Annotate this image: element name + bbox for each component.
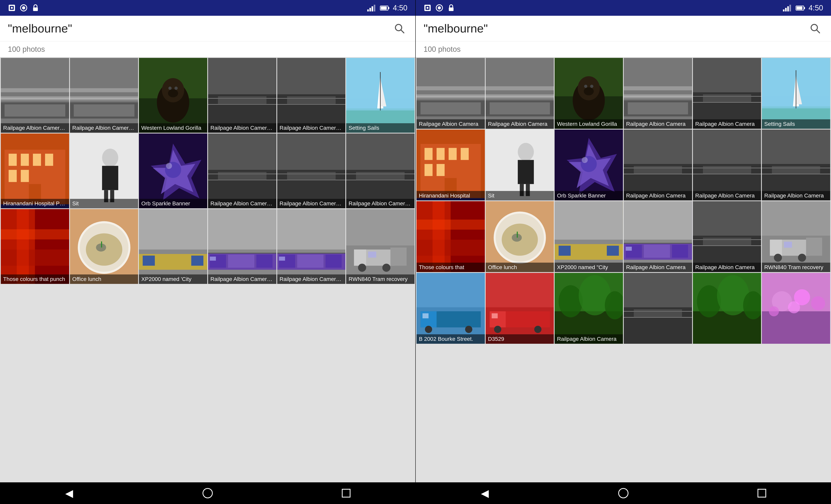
photo-cell[interactable]: Orb Sparkle Banner [139, 134, 207, 208]
photo-cell[interactable]: Railpage Albion Camera #3 [208, 58, 277, 133]
left-search-button[interactable] [392, 21, 407, 36]
photo-cell[interactable]: Hiranandani Hospital Powai [1, 134, 69, 208]
photo-label: Railpage Albion Camera #3 [277, 274, 346, 284]
photo-cell[interactable]: Sit [486, 129, 554, 200]
photo-label: XP2000 named "City [554, 263, 623, 272]
svg-rect-245 [703, 238, 751, 246]
svg-rect-219 [433, 201, 445, 272]
right-app-header: "melbourne" [416, 16, 831, 41]
photo-cell[interactable]: Railpage Albion Camera [693, 58, 761, 129]
svg-point-191 [518, 143, 534, 161]
right-recent-icon [756, 487, 768, 499]
svg-point-133 [438, 6, 441, 9]
photo-cell[interactable]: Railpage Albion Camera [762, 129, 830, 200]
svg-rect-8 [372, 6, 373, 11]
left-status-icons [8, 4, 39, 12]
svg-point-260 [425, 326, 432, 333]
photo-cell[interactable]: Railpage Albion Camera #3 [346, 134, 414, 208]
left-status-right: 4:50 [367, 4, 407, 12]
photo-label: Office lunch [486, 263, 554, 272]
photo-cell[interactable]: D3529 [486, 273, 554, 344]
photo-cell[interactable]: Hiranandani Hospital [417, 129, 485, 200]
photo-cell[interactable]: Railpage Albion Camera #3 [1, 58, 69, 133]
left-home-button[interactable] [200, 485, 216, 501]
svg-rect-122 [354, 249, 366, 266]
svg-rect-54 [33, 154, 41, 166]
photo-cell[interactable]: Railpage Albion Camera #3 [208, 134, 277, 208]
right-recent-button[interactable] [754, 485, 770, 501]
photo-cell[interactable]: Those colours that [417, 201, 485, 272]
photo-cell[interactable]: Railpage Albion Camera [624, 58, 692, 129]
photo-cell[interactable]: Railpage Albion Camera [624, 201, 692, 272]
photo-label: Railpage Albion Camera [693, 119, 761, 129]
photo-label: Railpage Albion Camera #3 [346, 199, 414, 208]
photo-cell[interactable]: Railpage Albion Camera #3 [70, 58, 138, 133]
svg-rect-79 [287, 172, 336, 180]
right-photo-count: 100 photos [424, 45, 461, 54]
photo-label: Railpage Albion Camera #3 [277, 199, 346, 208]
photo-cell[interactable] [693, 273, 761, 344]
svg-point-224 [512, 234, 522, 242]
photo-cell[interactable]: Railpage Albion Camera [554, 273, 623, 344]
photo-cell[interactable]: XP2000 named 'City [139, 209, 207, 284]
photo-cell[interactable]: RWN840 Tram recovery [346, 209, 414, 284]
svg-rect-108 [256, 255, 273, 268]
svg-rect-107 [228, 255, 254, 268]
photo-cell[interactable]: XP2000 named "City [554, 201, 623, 272]
photo-label: XP2000 named 'City [139, 274, 207, 284]
svg-point-131 [427, 7, 429, 9]
photo-cell[interactable]: Railpage Albion Camera #3 [277, 58, 346, 133]
photo-cell[interactable]: Setting Sails [762, 58, 830, 129]
svg-rect-225 [517, 232, 518, 238]
photo-cell[interactable]: Those colours that punch [1, 209, 69, 284]
svg-point-162 [584, 87, 594, 95]
photo-cell[interactable]: B 2002 Bourke Street. [417, 273, 485, 344]
svg-rect-163 [624, 58, 692, 129]
svg-rect-266 [491, 313, 498, 318]
svg-rect-25 [74, 105, 134, 117]
left-back-button[interactable]: ◀ [61, 485, 77, 501]
photo-cell[interactable] [762, 273, 830, 344]
screenshot-icon [8, 4, 16, 12]
photo-cell[interactable]: Railpage Albion Camera [486, 58, 554, 129]
photo-label: RWN840 Tram recovery [346, 274, 414, 284]
left-recent-button[interactable] [338, 485, 354, 501]
photo-cell[interactable] [624, 273, 692, 344]
right-home-button[interactable] [615, 485, 631, 501]
photo-cell[interactable]: Railpage Albion Camera #3 [277, 134, 346, 208]
photo-cell[interactable]: Orb Sparkle Banner [554, 129, 623, 200]
right-status-bar: 4:50 [416, 0, 831, 16]
photo-cell[interactable]: Sit [70, 134, 138, 208]
svg-point-125 [358, 264, 366, 272]
photo-cell[interactable]: Setting Sails [346, 58, 414, 133]
svg-line-143 [816, 30, 820, 33]
photo-cell[interactable]: Office lunch [70, 209, 138, 284]
right-search-button[interactable] [807, 21, 823, 36]
photo-label: Western Lowland Gorilla [554, 119, 623, 129]
photo-cell[interactable]: Office lunch [486, 201, 554, 272]
photo-cell[interactable]: Railpage Albion Camera [624, 129, 692, 200]
photo-cell[interactable]: Railpage Albion Camera #3 [277, 209, 346, 284]
svg-point-126 [382, 264, 391, 272]
photo-cell[interactable]: Railpage Albion Camera [417, 58, 485, 129]
photo-cell[interactable]: Western Lowland Gorilla [139, 58, 207, 133]
svg-rect-84 [356, 172, 404, 180]
svg-point-127 [203, 488, 212, 498]
photo-cell[interactable]: Railpage Albion Camera [693, 129, 761, 200]
svg-point-268 [534, 326, 541, 333]
photo-label: Office lunch [70, 274, 138, 284]
svg-rect-259 [438, 311, 481, 327]
svg-rect-141 [797, 6, 802, 10]
photo-cell[interactable]: RWN840 Tram recovery [762, 201, 830, 272]
svg-rect-184 [449, 148, 457, 160]
svg-rect-239 [626, 247, 632, 250]
photo-cell[interactable]: Railpage Albion Camera [693, 201, 761, 272]
left-search-icon [394, 23, 405, 34]
photo-cell[interactable]: Western Lowland Gorilla [554, 58, 623, 129]
right-back-button[interactable]: ◀ [477, 485, 493, 501]
photo-cell[interactable]: Railpage Albion Camera #3 [208, 209, 277, 284]
svg-rect-154 [490, 102, 550, 114]
photo-label: Railpage Albion Camera [486, 119, 554, 129]
svg-rect-116 [325, 255, 342, 268]
svg-rect-238 [672, 245, 688, 258]
